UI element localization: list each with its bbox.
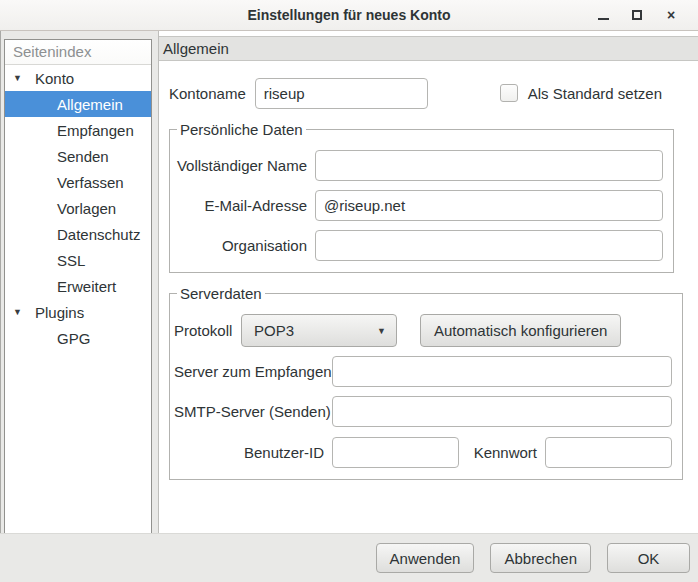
set-default-label: Als Standard setzen [528,85,662,102]
account-name-input[interactable] [255,78,428,109]
settings-dialog: Einstellungen für neues Konto × Seitenin… [0,0,698,582]
tree-item-label: Senden [5,148,109,165]
protocol-label: Protokoll [174,322,241,339]
ok-button[interactable]: OK [607,543,690,573]
maximize-button[interactable] [620,0,654,30]
personal-data-legend: Persönliche Daten [177,121,306,138]
tree-item-label: Verfassen [5,174,124,191]
sidebar-column-header[interactable]: Seitenindex [5,40,151,65]
dialog-body: Seitenindex ▼KontoAllgemeinEmpfangenSend… [0,31,698,582]
smtp-server-label: SMTP-Server (Senden) [174,403,332,420]
window-title: Einstellungen für neues Konto [247,7,450,23]
title-bar[interactable]: Einstellungen für neues Konto × [0,0,698,31]
tree-item-label: Vorlagen [5,200,116,217]
account-name-row: Kontoname Als Standard setzen [169,77,674,109]
set-default-checkbox[interactable] [500,84,518,102]
tree-item-label: Allgemein [5,96,123,113]
email-input[interactable] [315,190,663,221]
close-icon: × [667,8,675,22]
credentials-row: Benutzer-ID Kennwort [174,437,672,468]
account-name-label: Kontoname [169,85,246,102]
maximize-icon [632,10,642,20]
organisation-row: Organisation [174,230,663,261]
organisation-label: Organisation [174,237,307,254]
organisation-input[interactable] [315,230,663,261]
tree-item-empfangen[interactable]: Empfangen [5,117,151,143]
full-name-label: Vollständiger Name [174,157,307,174]
tree-item-allgemein[interactable]: Allgemein [5,91,151,117]
tree-item-label: GPG [5,330,90,347]
email-row: E-Mail-Adresse [174,190,663,221]
receive-server-input[interactable] [332,356,672,387]
tree-item-label: Empfangen [5,122,134,139]
window-controls: × [586,0,688,30]
close-button[interactable]: × [654,0,688,30]
page-title: Allgemein [159,36,698,61]
tree-item-senden[interactable]: Senden [5,143,151,169]
tree-item-gpg[interactable]: GPG [5,325,151,351]
receive-server-row: Server zum Empfangen [174,356,672,387]
tree-item-label: Konto [33,70,74,87]
page-index-tree: ▼KontoAllgemeinEmpfangenSendenVerfassenV… [5,65,151,351]
expander-icon[interactable]: ▼ [13,307,33,317]
password-label: Kennwort [467,444,537,461]
user-id-label: Benutzer-ID [174,444,324,461]
tree-item-erweitert[interactable]: Erweitert [5,273,151,299]
auto-configure-button[interactable]: Automatisch konfigurieren [420,314,621,347]
page-index-sidebar: Seitenindex ▼KontoAllgemeinEmpfangenSend… [4,39,152,535]
tree-item-datenschutz[interactable]: Datenschutz [5,221,151,247]
action-bar: Anwenden Abbrechen OK [0,533,698,582]
smtp-server-row: SMTP-Server (Senden) [174,396,672,427]
tree-item-label: Datenschutz [5,226,140,243]
protocol-row: Protokoll POP3 ▼ Automatisch konfigurier… [174,314,672,347]
tree-item-label: Erweitert [5,278,116,295]
user-id-input[interactable] [332,437,459,468]
expander-icon[interactable]: ▼ [13,73,33,83]
full-name-input[interactable] [315,150,663,181]
receive-server-label: Server zum Empfangen [174,363,332,380]
smtp-server-input[interactable] [332,396,672,427]
tree-item-verfassen[interactable]: Verfassen [5,169,151,195]
apply-button[interactable]: Anwenden [376,543,475,573]
tree-item-ssl[interactable]: SSL [5,247,151,273]
server-data-legend: Serverdaten [177,285,265,302]
main-panel: Allgemein Kontoname Als Standard setzen … [158,31,698,533]
minimize-icon [598,18,609,20]
personal-data-group: Persönliche Daten Vollständiger Name E-M… [169,121,674,273]
tree-item-vorlagen[interactable]: Vorlagen [5,195,151,221]
tree-item-plugins[interactable]: ▼Plugins [5,299,151,325]
tree-item-konto[interactable]: ▼Konto [5,65,151,91]
cancel-button[interactable]: Abbrechen [490,543,591,573]
password-input[interactable] [545,437,672,468]
minimize-button[interactable] [586,0,620,30]
protocol-value: POP3 [254,322,294,339]
server-data-group: Serverdaten Protokoll POP3 ▼ Automatisch… [169,285,683,480]
tree-item-label: SSL [5,252,85,269]
tree-item-label: Plugins [33,304,84,321]
email-label: E-Mail-Adresse [174,197,307,214]
full-name-row: Vollständiger Name [174,150,663,181]
protocol-dropdown[interactable]: POP3 ▼ [241,314,397,347]
form-content: Kontoname Als Standard setzen Persönlich… [159,61,698,480]
chevron-down-icon: ▼ [377,326,386,336]
set-default-group[interactable]: Als Standard setzen [500,84,662,102]
